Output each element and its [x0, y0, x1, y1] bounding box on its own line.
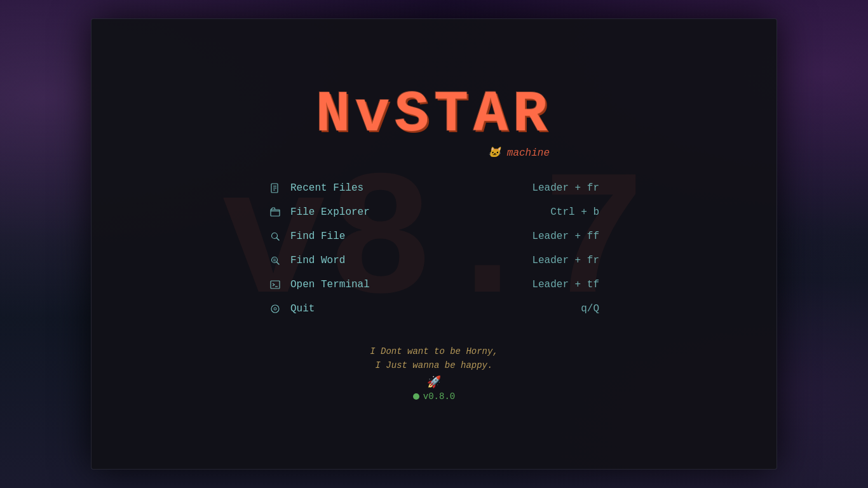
svg-rect-11 [271, 281, 280, 288]
version-label: v0.8.0 [423, 391, 455, 402]
find-file-icon [269, 230, 281, 243]
open-terminal-shortcut: Leader + tf [532, 279, 599, 290]
version-info: v0.8.0 [413, 391, 455, 402]
quit-label: Quit [290, 303, 315, 315]
menu-container: Recent Files Leader + fr File Explorer [269, 178, 599, 319]
menu-item-recent-files[interactable]: Recent Files Leader + fr [269, 178, 599, 198]
svg-point-14 [274, 308, 276, 310]
file-explorer-shortcut: Ctrl + b [550, 207, 599, 218]
menu-item-find-word[interactable]: Find Word Leader + fr [269, 250, 599, 271]
recent-files-label: Recent Files [290, 182, 363, 194]
quit-icon [269, 302, 281, 315]
menu-item-left: Recent Files [269, 182, 363, 194]
menu-item-open-terminal[interactable]: Open Terminal Leader + tf [269, 274, 599, 295]
rocket-icon: 🚀 [427, 375, 441, 389]
footer-container: I Dont want to be Horny, I Just wanna be… [370, 344, 498, 402]
menu-item-left: Find Word [269, 254, 345, 267]
menu-item-quit[interactable]: Quit q/Q [269, 299, 599, 319]
app-title: NvSTAR [316, 86, 552, 144]
logo-container: NvSTAR machine [316, 86, 552, 159]
find-file-shortcut: Leader + ff [532, 231, 599, 242]
menu-item-find-file[interactable]: Find File Leader + ff [269, 226, 599, 247]
open-terminal-label: Open Terminal [290, 279, 370, 290]
svg-line-8 [277, 262, 280, 264]
menu-item-left: Open Terminal [269, 278, 370, 291]
menu-item-file-explorer[interactable]: File Explorer Ctrl + b [269, 202, 599, 222]
menu-item-left: Find File [269, 230, 345, 243]
find-word-shortcut: Leader + fr [532, 255, 599, 266]
menu-item-left: File Explorer [269, 206, 370, 219]
file-explorer-label: File Explorer [290, 207, 370, 218]
svg-line-6 [277, 238, 280, 240]
recent-files-icon [269, 182, 281, 194]
menu-item-left: Quit [269, 302, 315, 315]
app-subtitle: machine [488, 146, 550, 159]
quote-line1: I Dont want to be Horny, I Just wanna be… [370, 344, 498, 373]
open-terminal-icon [269, 278, 281, 291]
terminal-window: v8.7 NvSTAR machine Re [91, 18, 777, 470]
find-word-label: Find Word [290, 255, 345, 266]
file-explorer-icon [269, 206, 281, 219]
content-wrapper: NvSTAR machine Recent Files [269, 86, 599, 402]
find-file-label: Find File [290, 231, 345, 242]
recent-files-shortcut: Leader + fr [532, 182, 599, 194]
find-word-icon [269, 254, 281, 267]
version-dot-icon [413, 393, 419, 400]
svg-point-13 [271, 305, 279, 313]
quit-shortcut: q/Q [581, 303, 599, 315]
